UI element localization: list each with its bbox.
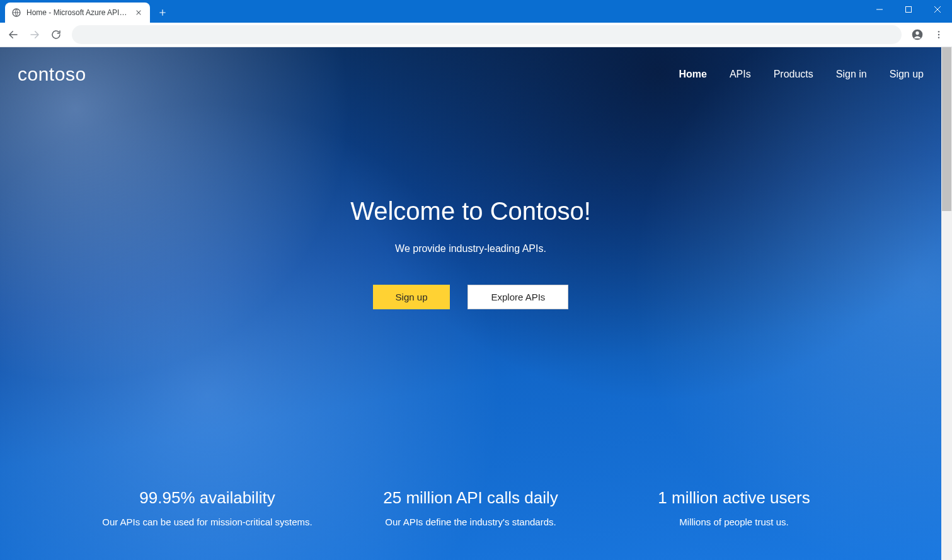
browser-toolbar <box>0 23 952 47</box>
feature-title: 25 million API calls daily <box>339 488 602 508</box>
page-content: contoso Home APIs Products Sign in Sign … <box>0 47 941 560</box>
feature-title: 99.95% availability <box>76 488 339 508</box>
profile-button[interactable] <box>908 25 927 44</box>
viewport: contoso Home APIs Products Sign in Sign … <box>0 47 952 560</box>
nav-signin[interactable]: Sign in <box>836 69 867 80</box>
vertical-scrollbar[interactable] <box>941 47 952 560</box>
page-header: contoso Home APIs Products Sign in Sign … <box>0 47 941 85</box>
svg-point-6 <box>938 37 939 38</box>
feature-api-calls: 25 million API calls daily Our APIs defi… <box>339 488 602 527</box>
feature-users: 1 million active users Millions of peopl… <box>602 488 866 527</box>
hero: Welcome to Contoso! We provide industry-… <box>0 197 941 309</box>
forward-button[interactable] <box>25 25 44 44</box>
new-tab-button[interactable] <box>154 4 171 21</box>
browser-tab[interactable]: Home - Microsoft Azure API Man <box>5 3 150 23</box>
feature-title: 1 million active users <box>602 488 866 508</box>
titlebar: Home - Microsoft Azure API Man <box>0 0 952 23</box>
browser-chrome: Home - Microsoft Azure API Man <box>0 0 952 47</box>
window-controls <box>865 0 952 19</box>
svg-point-5 <box>938 34 939 35</box>
minimize-button[interactable] <box>865 0 894 19</box>
nav-apis[interactable]: APIs <box>730 69 751 80</box>
tab-strip: Home - Microsoft Azure API Man <box>5 0 171 23</box>
explore-apis-button[interactable]: Explore APIs <box>467 285 568 309</box>
svg-point-3 <box>915 31 919 35</box>
nav-signup[interactable]: Sign up <box>890 69 924 80</box>
hero-subtitle: We provide industry-leading APIs. <box>0 243 941 254</box>
address-bar[interactable] <box>72 25 902 44</box>
feature-subtitle: Millions of people trust us. <box>602 517 866 527</box>
close-icon[interactable] <box>134 8 144 18</box>
feature-availability: 99.95% availability Our APIs can be used… <box>76 488 339 527</box>
nav-home[interactable]: Home <box>679 69 706 80</box>
svg-point-4 <box>938 31 939 32</box>
scrollbar-thumb[interactable] <box>942 47 951 211</box>
feature-subtitle: Our APIs can be used for mission-critica… <box>76 517 339 527</box>
maximize-button[interactable] <box>894 0 923 19</box>
globe-icon <box>11 8 21 18</box>
cta-row: Sign up Explore APIs <box>0 285 941 309</box>
features: 99.95% availability Our APIs can be used… <box>0 488 941 527</box>
signup-button[interactable]: Sign up <box>373 285 450 309</box>
back-button[interactable] <box>4 25 23 44</box>
hero-title: Welcome to Contoso! <box>0 197 941 226</box>
close-window-button[interactable] <box>923 0 952 19</box>
main-nav: Home APIs Products Sign in Sign up <box>679 69 924 80</box>
nav-products[interactable]: Products <box>774 69 813 80</box>
reload-button[interactable] <box>47 25 66 44</box>
feature-subtitle: Our APIs define the industry's standards… <box>339 517 602 527</box>
svg-rect-1 <box>906 7 912 13</box>
brand-logo[interactable]: contoso <box>18 64 86 85</box>
tab-title: Home - Microsoft Azure API Man <box>26 8 129 17</box>
browser-menu-button[interactable] <box>929 25 948 44</box>
